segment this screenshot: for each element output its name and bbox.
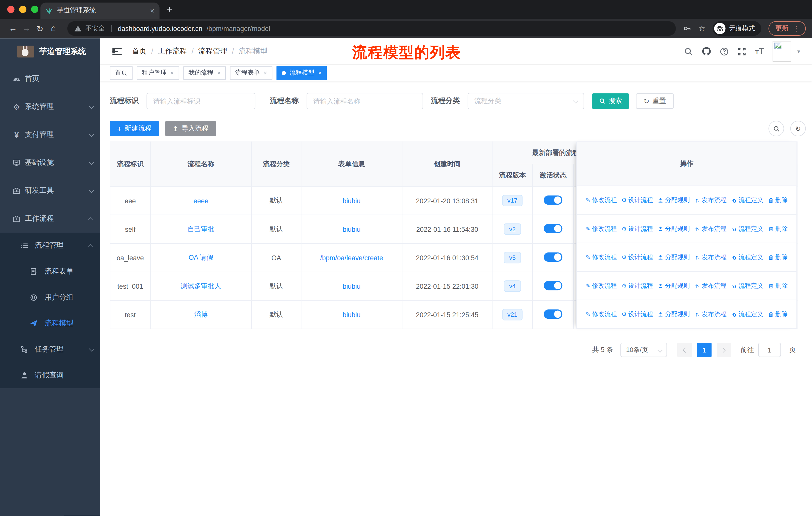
delete-link[interactable]: 删除: [768, 224, 788, 233]
delete-link[interactable]: 删除: [768, 253, 788, 262]
process-definition-link[interactable]: 流程定义: [731, 281, 763, 290]
tag-home[interactable]: 首页: [110, 66, 133, 79]
sidebar-item-leave-query[interactable]: 请假查询: [0, 362, 100, 388]
cell-name-link[interactable]: eeee: [150, 186, 252, 215]
refresh-table-button[interactable]: ↻: [790, 121, 806, 136]
assign-rule-link[interactable]: 分配规则: [658, 253, 690, 262]
sidebar-item-process-form[interactable]: 流程表单: [0, 259, 100, 285]
create-process-button[interactable]: + 新建流程: [110, 121, 159, 136]
page-number-current[interactable]: 1: [697, 343, 712, 357]
cell-form-link[interactable]: biubiu: [301, 186, 402, 215]
breadcrumb-process-mgmt[interactable]: 流程管理: [198, 47, 227, 56]
assign-rule-link[interactable]: 分配规则: [658, 224, 690, 233]
github-icon[interactable]: [702, 47, 711, 56]
cell-name-link[interactable]: 自己审批: [150, 215, 252, 243]
filter-category-select[interactable]: 流程分类: [468, 93, 584, 109]
help-icon[interactable]: [720, 47, 729, 56]
back-icon[interactable]: ←: [6, 24, 20, 33]
cell-form-link[interactable]: biubiu: [301, 215, 402, 243]
tab-close-icon[interactable]: ×: [150, 6, 154, 15]
version-badge[interactable]: v4: [504, 280, 521, 292]
delete-link[interactable]: 删除: [768, 310, 788, 319]
publish-process-link[interactable]: 发布流程: [694, 196, 727, 205]
filter-id-input[interactable]: [146, 93, 255, 109]
sidebar-item-infra[interactable]: 基础设施: [0, 148, 100, 176]
design-process-link[interactable]: ⚙设计流程: [621, 281, 653, 290]
import-process-button[interactable]: ↥ 导入流程: [165, 121, 216, 136]
assign-rule-link[interactable]: 分配规则: [658, 196, 690, 205]
tag-process-model[interactable]: 流程模型 ×: [277, 66, 327, 79]
prev-page-button[interactable]: [677, 343, 692, 357]
tag-process-form[interactable]: 流程表单 ×: [230, 66, 272, 79]
delete-link[interactable]: 删除: [768, 281, 788, 290]
sidebar-item-system[interactable]: ⚙ 系统管理: [0, 93, 100, 121]
reload-icon[interactable]: ↻: [33, 24, 47, 33]
bookmark-star-icon[interactable]: ☆: [698, 24, 705, 33]
search-button[interactable]: 搜索: [592, 93, 629, 109]
tag-tenant[interactable]: 租户管理 ×: [137, 66, 179, 79]
active-switch[interactable]: [544, 224, 562, 233]
modify-process-link[interactable]: ✎修改流程: [586, 253, 617, 262]
version-badge[interactable]: v2: [504, 223, 521, 235]
reset-button[interactable]: ↻ 重置: [636, 93, 673, 109]
font-size-icon[interactable]: TT: [755, 46, 764, 56]
assign-rule-link[interactable]: 分配规则: [658, 281, 690, 290]
browser-menu-icon[interactable]: ⋮: [793, 25, 800, 32]
show-search-button[interactable]: [768, 121, 784, 136]
goto-page-input[interactable]: [758, 343, 781, 357]
publish-process-link[interactable]: 发布流程: [694, 310, 727, 319]
cell-name-link[interactable]: OA 请假: [150, 243, 252, 272]
close-window-button[interactable]: [7, 6, 14, 13]
avatar-caret-icon[interactable]: ▾: [797, 48, 800, 55]
url-bar[interactable]: 不安全 dashboard.yudao.iocoder.cn/bpm/manag…: [67, 21, 675, 36]
breadcrumb-workflow[interactable]: 工作流程: [158, 47, 187, 56]
fullscreen-icon[interactable]: [737, 47, 746, 56]
publish-process-link[interactable]: 发布流程: [694, 253, 727, 262]
active-switch[interactable]: [544, 195, 562, 205]
browser-tab[interactable]: 芋道管理系统 ×: [40, 2, 159, 19]
sidebar-item-process-model[interactable]: 流程模型: [0, 310, 100, 336]
search-icon[interactable]: [685, 47, 693, 56]
close-icon[interactable]: ×: [264, 69, 267, 77]
active-switch[interactable]: [544, 252, 562, 262]
close-icon[interactable]: ×: [318, 69, 321, 77]
sidebar-item-process-mgmt[interactable]: 流程管理: [0, 233, 100, 259]
version-badge[interactable]: v5: [504, 252, 521, 263]
active-switch[interactable]: [544, 281, 562, 290]
process-definition-link[interactable]: 流程定义: [731, 253, 763, 262]
close-icon[interactable]: ×: [217, 69, 221, 77]
window-controls[interactable]: [7, 6, 38, 13]
cell-form-link[interactable]: biubiu: [301, 272, 402, 300]
key-icon[interactable]: [683, 24, 691, 33]
version-badge[interactable]: v17: [502, 195, 523, 206]
close-icon[interactable]: ×: [170, 69, 174, 77]
publish-process-link[interactable]: 发布流程: [694, 281, 727, 290]
cell-name-link[interactable]: 测试多审批人: [150, 272, 252, 300]
delete-link[interactable]: 删除: [768, 196, 788, 205]
process-definition-link[interactable]: 流程定义: [731, 196, 763, 205]
cell-form-link[interactable]: biubiu: [301, 300, 402, 329]
sidebar-item-user-group[interactable]: 用户分组: [0, 285, 100, 311]
page-size-select[interactable]: 10条/页: [620, 343, 667, 357]
update-button[interactable]: 更新 ⋮: [768, 21, 806, 36]
publish-process-link[interactable]: 发布流程: [694, 224, 727, 233]
filter-name-input[interactable]: [307, 93, 423, 109]
cell-form-link[interactable]: /bpm/oa/leave/create: [301, 243, 402, 272]
design-process-link[interactable]: ⚙设计流程: [621, 310, 653, 319]
forward-icon[interactable]: →: [20, 24, 33, 33]
sidebar-item-task-mgmt[interactable]: 任务管理: [0, 336, 100, 362]
modify-process-link[interactable]: ✎修改流程: [586, 281, 617, 290]
version-badge[interactable]: v21: [502, 309, 523, 320]
sidebar-collapse-icon[interactable]: [112, 48, 122, 55]
home-icon[interactable]: ⌂: [47, 24, 60, 33]
breadcrumb-home[interactable]: 首页: [132, 47, 147, 56]
sidebar-item-home[interactable]: 首页: [0, 65, 100, 93]
design-process-link[interactable]: ⚙设计流程: [621, 224, 653, 233]
sidebar-item-payment[interactable]: ¥ 支付管理: [0, 121, 100, 148]
next-page-button[interactable]: [717, 343, 731, 357]
active-switch[interactable]: [544, 309, 562, 319]
design-process-link[interactable]: ⚙设计流程: [621, 253, 653, 262]
avatar[interactable]: [773, 41, 792, 62]
maximize-window-button[interactable]: [31, 6, 38, 13]
minimize-window-button[interactable]: [19, 6, 26, 13]
